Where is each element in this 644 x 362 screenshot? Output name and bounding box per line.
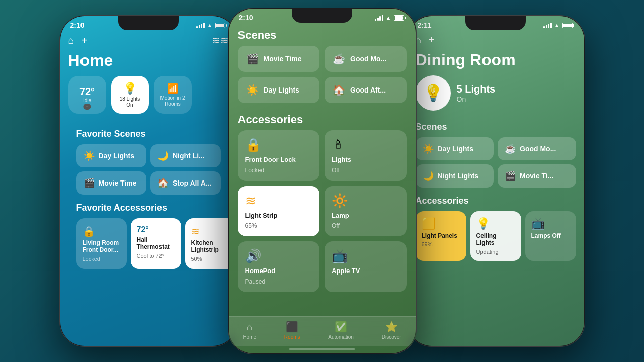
scene-grid-3: ☀️ Day Lights ☕ Good Mo... 🌙 Night Light…: [408, 137, 584, 192]
strip-name: Kitchen Lightstrip: [191, 239, 229, 254]
acc-title-2: Accessories: [229, 108, 416, 130]
home-indicator-2: [289, 348, 355, 350]
strip-icon: ≋: [191, 225, 229, 237]
nav-discover-2[interactable]: ⭐ Discover: [382, 321, 401, 340]
scenes-title-2: Scenes: [229, 24, 416, 46]
stop-all-label: Stop All A...: [173, 179, 212, 187]
notch-3: [465, 16, 526, 30]
night-label-3: Night Lights: [438, 172, 479, 180]
scene-good-afternoon-2[interactable]: 🏠 Good Aft...: [325, 77, 407, 103]
afternoon-icon-2: 🏠: [333, 84, 345, 96]
acc-homepod-2[interactable]: 🔊 HomePod Paused: [238, 241, 320, 292]
day-lights-icon: ☀️: [84, 150, 95, 161]
nav-auto-label: Automation: [328, 334, 354, 340]
notch-2: [292, 9, 352, 23]
lights-sub-3: On: [457, 95, 496, 103]
strip-icon-2: ≋: [245, 193, 313, 209]
scene-grid-2: 🎬 Movie Time ☕ Good Mo... ☀️ Day Lights: [229, 46, 416, 108]
scene-movie-time[interactable]: 🎬 Movie Time: [76, 171, 147, 195]
status-icons-1: ▲: [196, 22, 226, 28]
wave-icon-1[interactable]: ≋≋: [212, 34, 229, 46]
day-label-3: Day Lights: [438, 145, 474, 153]
acc-lightstrip-2[interactable]: ≋ Light Strip 65%: [238, 186, 320, 237]
fav-lightstrip[interactable]: ≋ Kitchen Lightstrip 50%: [185, 218, 229, 269]
motion-label: Motion in 2Rooms: [160, 95, 185, 107]
acc-lamps-3[interactable]: 📺 Lamps Off: [525, 211, 576, 261]
night-icon-3: 🌙: [423, 170, 434, 182]
acc-front-door-2[interactable]: 🔒 Front Door Lock Locked: [238, 130, 320, 181]
top-bar-1: ⌂ + ≋≋: [60, 31, 237, 49]
lights-name-2: Lights: [332, 156, 399, 164]
night-lights-label: Night Li...: [173, 152, 205, 160]
therm-icon: 72°: [137, 225, 175, 234]
acc-panels-3[interactable]: 🟨 Light Panels 69%: [416, 211, 466, 261]
acc-row-3: 🟨 Light Panels 69% 💡 Ceiling Lights Upda…: [408, 211, 584, 266]
lights-widget[interactable]: 💡 18 LightsOn: [111, 76, 149, 114]
notch-1: [118, 16, 179, 30]
phone-rooms: 2:10 ▲: [228, 8, 417, 354]
nav-home-2[interactable]: ⌂ Home: [243, 321, 256, 340]
nav-rooms-icon: ⬛: [286, 321, 298, 333]
front-door-name-2: Front Door Lock: [245, 156, 313, 164]
wifi-icon-1: ▲: [207, 22, 213, 28]
scene-day-lights-2[interactable]: ☀️ Day Lights: [238, 77, 320, 103]
day-label-2: Day Lights: [264, 86, 300, 94]
room-bulb-3[interactable]: 💡: [416, 75, 451, 111]
phone-home: 2:10 ▲: [59, 15, 238, 347]
lamp-icon: 🔆: [332, 193, 399, 209]
lamp-status-2: Off: [332, 222, 399, 229]
night-lights-icon: 🌙: [157, 150, 169, 161]
scene-movie-3[interactable]: 🎬 Movie Ti...: [498, 164, 576, 188]
morning-label-2: Good Mo...: [350, 55, 386, 63]
add-icon-1[interactable]: +: [82, 35, 88, 46]
afternoon-label-2: Good Aft...: [350, 86, 386, 94]
lamps-name: Lamps Off: [531, 232, 570, 239]
movie-label-2: Movie Time: [264, 55, 302, 63]
scene-day-3[interactable]: ☀️ Day Lights: [416, 137, 494, 160]
home-icon-1[interactable]: ⌂: [68, 35, 74, 46]
status-icons-3: ▲: [543, 22, 574, 28]
day-icon-2: ☀️: [246, 84, 259, 96]
front-door-status-2: Locked: [245, 167, 313, 174]
nav-automation-2[interactable]: ✅ Automation: [328, 321, 354, 340]
movie-time-icon: 🎬: [84, 177, 95, 189]
lights-count-3: 5 Lights: [457, 83, 496, 95]
scene-good-morning-2[interactable]: ☕ Good Mo...: [325, 46, 407, 72]
acc-lamp-2[interactable]: 🔆 Lamp Off: [325, 186, 407, 237]
nav-home-icon: ⌂: [247, 321, 253, 333]
phone-dining: 2:11 ▲: [407, 15, 585, 347]
fav-front-door[interactable]: 🔒 Living Room Front Door... Locked: [76, 218, 127, 269]
scene-night-lights[interactable]: 🌙 Night Li...: [150, 144, 221, 167]
nav-rooms-2[interactable]: ⬛ Rooms: [284, 321, 300, 340]
appletv-name-2: Apple TV: [332, 267, 399, 275]
scene-night-3[interactable]: 🌙 Night Lights: [416, 164, 494, 188]
fav-thermostat[interactable]: 72° Hall Thermostat Cool to 72°: [131, 218, 181, 269]
panels-status: 69%: [422, 241, 460, 247]
battery-icon-3: [562, 23, 574, 28]
scene-day-lights[interactable]: ☀️ Day Lights: [76, 144, 147, 167]
scene-morning-3[interactable]: ☕ Good Mo...: [498, 137, 576, 160]
temp-widget[interactable]: 72° Idle −: [68, 76, 106, 114]
morning-label-3: Good Mo...: [520, 145, 556, 153]
motion-icon: 📶: [167, 83, 178, 94]
wifi-icon-2: ▲: [386, 15, 391, 21]
add-icon-3[interactable]: +: [429, 34, 435, 46]
scene-stop-all[interactable]: 🏠 Stop All A...: [150, 171, 221, 195]
scene-movie-time-2[interactable]: 🎬 Movie Time: [238, 46, 320, 72]
acc-lights-2[interactable]: 🕯 Lights Off: [325, 130, 407, 181]
strip-status: 50%: [191, 256, 229, 262]
morning-icon-3: ☕: [505, 143, 516, 154]
scene-grid-1: ☀️ Day Lights 🌙 Night Li... 🎬 Movie Time: [68, 144, 229, 199]
acc-title-3: Accessories: [408, 192, 584, 211]
fav-acc-title-1: Favorite Accessories: [68, 199, 229, 218]
status-time-1: 2:10: [70, 21, 85, 29]
top-bar-3: ⌂ +: [408, 31, 584, 49]
motion-widget[interactable]: 📶 Motion in 2Rooms: [154, 76, 192, 114]
movie-label-3: Movie Ti...: [520, 172, 553, 180]
acc-ceiling-3[interactable]: 💡 Ceiling Lights Updating: [470, 211, 521, 261]
signal-icon-2: [375, 15, 383, 21]
acc-appletv-2[interactable]: 📺 Apple TV: [325, 241, 407, 292]
strip-status-2: 65%: [245, 222, 313, 229]
day-icon-3: ☀️: [423, 143, 434, 154]
status-time-3: 2:11: [418, 21, 432, 29]
